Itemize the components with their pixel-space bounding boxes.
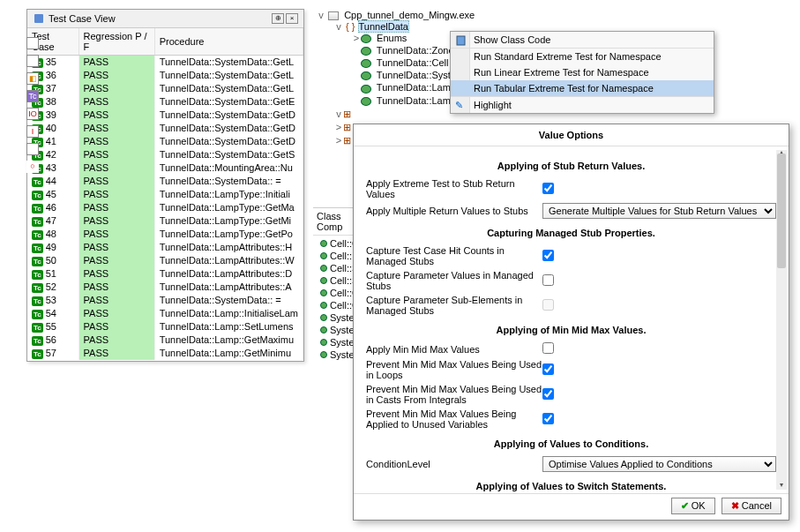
namespace-icon: { } bbox=[346, 21, 355, 32]
option-row: Apply Min Mid Max Values bbox=[366, 341, 776, 357]
tree-item-label: TunnelData::Cell bbox=[377, 57, 449, 68]
menu-item[interactable]: Run Tabular Extreme Test for Namespace bbox=[451, 80, 714, 97]
table-row[interactable]: Tc41PASSTunnelData::SystemData::GetD bbox=[27, 135, 303, 148]
menu-item[interactable]: Run Standard Extreme Test for Namespace bbox=[451, 49, 714, 64]
table-row[interactable]: Tc37PASSTunnelData::SystemData::GetL bbox=[27, 82, 303, 95]
dialog-scrollbar[interactable]: ▴ ▾ bbox=[776, 150, 787, 490]
tree-item[interactable]: TunnelData::Cell bbox=[348, 56, 445, 69]
menu-item[interactable]: Show Class Code bbox=[451, 32, 714, 49]
option-checkbox[interactable] bbox=[542, 342, 554, 354]
table-row[interactable]: Tc36PASSTunnelData::SystemData::GetL bbox=[27, 69, 303, 82]
option-checkbox[interactable] bbox=[542, 274, 554, 286]
col-regression[interactable]: Regression P / F bbox=[79, 28, 154, 56]
table-row[interactable]: Tc50PASSTunnelData::LampAttributes::W bbox=[27, 254, 303, 267]
procedure-cell: TunnelData::LampAttributes::D bbox=[154, 267, 303, 281]
tree-item[interactable]: TunnelData::LampTyp bbox=[348, 81, 445, 94]
option-checkbox[interactable] bbox=[542, 183, 554, 194]
col-procedure[interactable]: Procedure bbox=[154, 28, 303, 56]
tree-item[interactable]: TunnelData::Lamp bbox=[348, 94, 445, 107]
option-checkbox[interactable] bbox=[542, 413, 554, 424]
option-combo[interactable]: Optimise Values Applied to Conditions bbox=[542, 456, 776, 472]
expand-icon[interactable]: v bbox=[334, 21, 343, 32]
pass-cell: PASS bbox=[79, 56, 154, 69]
class-icon bbox=[320, 302, 327, 309]
toolbar-btn-2[interactable] bbox=[26, 55, 39, 67]
panel-close-button[interactable]: × bbox=[286, 13, 298, 24]
tree-item[interactable]: > Enums bbox=[348, 32, 445, 44]
tree-item-more[interactable]: v⊞ bbox=[331, 108, 445, 121]
expand-icon[interactable]: > bbox=[334, 135, 343, 146]
tc-badge-icon: Tc bbox=[32, 349, 43, 359]
table-row[interactable]: Tc46PASSTunnelData::LampType::GetMa bbox=[27, 201, 303, 214]
procedure-cell: TunnelData::SystemData:: = bbox=[154, 294, 303, 307]
menu-item[interactable]: ✎Highlight bbox=[451, 97, 714, 113]
table-row[interactable]: Tc43PASSTunnelData::MountingArea::Nu bbox=[27, 161, 303, 175]
procedure-cell: TunnelData::SystemData::GetD bbox=[154, 135, 303, 148]
pass-cell: PASS bbox=[79, 347, 154, 360]
table-row[interactable]: Tc44PASSTunnelData::SystemData:: = bbox=[27, 175, 303, 188]
table-row[interactable]: Tc38PASSTunnelData::SystemData::GetE bbox=[27, 95, 303, 109]
toolbar-btn-io[interactable]: IO bbox=[26, 108, 39, 120]
tree-namespace[interactable]: v { } TunnelData > Enums TunnelData::Zon… bbox=[331, 20, 445, 108]
menu-item[interactable]: Run Linear Extreme Test for Namespace bbox=[451, 64, 714, 80]
toolbar-btn-3[interactable]: ◧ bbox=[26, 72, 39, 85]
tc-badge-icon: Tc bbox=[32, 270, 43, 280]
pass-cell: PASS bbox=[79, 148, 154, 161]
table-row[interactable]: Tc56PASSTunnelData::Lamp::GetMaximu bbox=[27, 333, 303, 347]
table-row[interactable]: Tc42PASSTunnelData::SystemData::GetS bbox=[27, 148, 303, 161]
table-row[interactable]: Tc55PASSTunnelData::Lamp::SetLumens bbox=[27, 320, 303, 333]
pass-cell: PASS bbox=[79, 69, 154, 82]
toolbar-btn-1[interactable] bbox=[26, 37, 39, 49]
table-row[interactable]: Tc35PASSTunnelData::SystemData::GetL bbox=[27, 56, 303, 69]
option-checkbox[interactable] bbox=[542, 250, 554, 261]
pass-cell: PASS bbox=[79, 254, 154, 267]
tc-badge-icon: Tc bbox=[32, 217, 43, 227]
table-row[interactable]: Tc57PASSTunnelData::Lamp::GetMinimu bbox=[27, 347, 303, 360]
panel-pin-button[interactable]: ⊕ bbox=[272, 13, 284, 24]
toolbar-btn-tc[interactable]: Tc bbox=[26, 90, 39, 102]
option-checkbox[interactable] bbox=[542, 388, 554, 400]
scroll-down-icon[interactable]: ▾ bbox=[776, 481, 787, 491]
option-label: Capture Parameter Sub-Elements in Manage… bbox=[366, 295, 542, 316]
procedure-cell: TunnelData::SystemData::GetL bbox=[154, 69, 303, 82]
table-row[interactable]: Tc51PASSTunnelData::LampAttributes::D bbox=[27, 267, 303, 281]
expand-icon[interactable]: v bbox=[334, 109, 343, 119]
table-row[interactable]: Tc54PASSTunnelData::Lamp::InitialiseLam bbox=[27, 307, 303, 320]
toolbar-btn-circle[interactable]: ○ bbox=[26, 161, 39, 173]
ok-button[interactable]: ✔OK bbox=[671, 498, 715, 514]
table-row[interactable]: Tc39PASSTunnelData::SystemData::GetD bbox=[27, 109, 303, 122]
tree-item[interactable]: TunnelData::Zone bbox=[348, 44, 445, 56]
table-row[interactable]: Tc49PASSTunnelData::LampAttributes::H bbox=[27, 241, 303, 254]
tree-item[interactable]: TunnelData::SystemD bbox=[348, 69, 445, 81]
option-row: Capture Test Case Hit Counts in Managed … bbox=[366, 244, 776, 268]
expand-icon[interactable]: > bbox=[352, 33, 361, 43]
option-label: Prevent Min Mid Max Values Being Used in… bbox=[366, 359, 542, 380]
check-icon: ✔ bbox=[681, 500, 689, 511]
table-row[interactable]: Tc40PASSTunnelData::SystemData::GetD bbox=[27, 122, 303, 135]
context-menu: Show Class CodeRun Standard Extreme Test… bbox=[450, 31, 714, 114]
scroll-thumb[interactable] bbox=[777, 154, 786, 268]
table-row[interactable]: Tc45PASSTunnelData::LampType::Initiali bbox=[27, 188, 303, 201]
expand-icon[interactable]: v bbox=[317, 10, 325, 20]
table-row[interactable]: Tc52PASSTunnelData::LampAttributes::A bbox=[27, 281, 303, 294]
testcase-view-panel: Test Case View ⊕ × Test Case Regression … bbox=[26, 9, 304, 362]
table-row[interactable]: Tc53PASSTunnelData::SystemData:: = bbox=[27, 294, 303, 307]
toolbar-btn-7[interactable] bbox=[26, 143, 39, 155]
procedure-cell: TunnelData::SystemData::GetL bbox=[154, 82, 303, 95]
tree-item-label: TunnelData::Zone bbox=[377, 45, 454, 56]
cancel-button[interactable]: ✖Cancel bbox=[721, 498, 781, 514]
option-combo[interactable]: Generate Multiple Values for Stub Return… bbox=[542, 203, 776, 219]
table-row[interactable]: Tc47PASSTunnelData::LampType::GetMi bbox=[27, 214, 303, 228]
procedure-cell: TunnelData::SystemData::GetE bbox=[154, 95, 303, 109]
pass-cell: PASS bbox=[79, 228, 154, 241]
table-row[interactable]: Tc58PASSTunnelData::Lamp::SendPower bbox=[27, 360, 303, 361]
table-row[interactable]: Tc48PASSTunnelData::LampType::GetPo bbox=[27, 228, 303, 241]
procedure-cell: TunnelData::Lamp::GetMaximu bbox=[154, 333, 303, 347]
section-title: Applying of Values to Switch Statements. bbox=[366, 481, 776, 491]
expand-icon[interactable]: > bbox=[334, 122, 343, 132]
option-checkbox[interactable] bbox=[542, 363, 554, 375]
option-row: Apply Extreme Test to Stub Return Values bbox=[366, 176, 776, 201]
tc-badge-icon: Tc bbox=[32, 244, 43, 253]
procedure-cell: TunnelData::SystemData::GetD bbox=[154, 109, 303, 122]
toolbar-btn-i[interactable]: I bbox=[26, 125, 39, 138]
